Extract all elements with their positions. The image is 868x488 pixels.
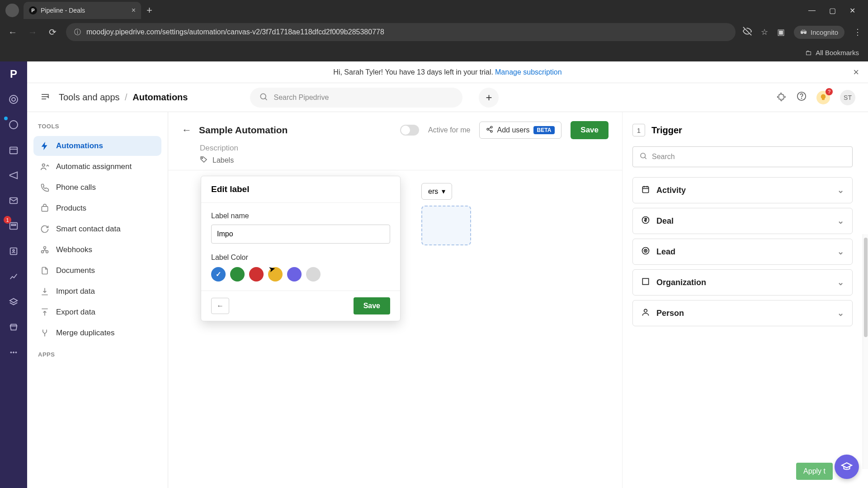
user-avatar[interactable]: ST: [840, 90, 855, 105]
rail-leads-icon[interactable]: [7, 118, 20, 131]
sidebar-item-smart-contact[interactable]: Smart contact data: [33, 219, 161, 239]
browser-reload-icon[interactable]: ⟳: [46, 27, 59, 38]
apply-button[interactable]: Apply t: [796, 463, 833, 480]
browser-back-icon[interactable]: ←: [6, 27, 19, 38]
app-logo[interactable]: P: [10, 68, 17, 80]
color-swatch[interactable]: [268, 267, 283, 282]
window-maximize-icon[interactable]: ▢: [829, 6, 836, 15]
tab-close-icon[interactable]: ×: [132, 6, 136, 14]
window-minimize-icon[interactable]: —: [808, 6, 816, 15]
import-icon: [40, 286, 50, 296]
back-arrow-icon[interactable]: ←: [182, 124, 192, 136]
trigger-panel: 1 Trigger Search Activity⌄Deal⌄Lead⌄Orga…: [622, 112, 868, 488]
sidebar-heading-apps: APPS: [33, 351, 161, 358]
quick-add-button[interactable]: +: [479, 88, 499, 108]
sidebar-item-automations[interactable]: Automations: [33, 136, 161, 156]
academy-icon[interactable]: [835, 455, 859, 479]
category-label: Lead: [656, 247, 675, 257]
scrollbar-thumb[interactable]: [864, 238, 868, 337]
labels-field[interactable]: Labels: [200, 155, 609, 165]
main-area: ← Sample Automation Active for me Add us…: [168, 112, 622, 488]
new-tab-button[interactable]: +: [146, 5, 152, 16]
triggers-dropdown[interactable]: ers ▾: [421, 183, 452, 200]
help-icon[interactable]: [797, 91, 807, 103]
sidebar-item-automatic-assignment[interactable]: Automatic assignment: [33, 157, 161, 177]
description-field[interactable]: Description: [200, 144, 609, 153]
trigger-category-deal[interactable]: Deal⌄: [632, 208, 853, 234]
all-bookmarks-link[interactable]: All Bookmarks: [816, 49, 859, 56]
popover-back-button[interactable]: ←: [211, 298, 229, 314]
label-name-input[interactable]: [211, 225, 390, 244]
sidebar-item-phone-calls[interactable]: Phone calls: [33, 178, 161, 197]
sidebar-item-products[interactable]: Products: [33, 198, 161, 218]
color-swatch[interactable]: [211, 267, 226, 282]
rail-products-icon[interactable]: [7, 296, 20, 308]
browser-tab[interactable]: P Pipeline - Deals ×: [24, 2, 141, 19]
bookmark-star-icon[interactable]: ☆: [761, 27, 768, 37]
svg-rect-42: [642, 278, 648, 284]
trigger-category-organization[interactable]: Organization⌄: [632, 269, 853, 296]
extensions-icon[interactable]: [777, 91, 787, 103]
rail-mail-icon[interactable]: [7, 194, 20, 207]
sidebar-item-webhooks[interactable]: Webhooks: [33, 240, 161, 260]
rail-campaigns-icon[interactable]: [7, 169, 20, 182]
site-info-icon[interactable]: ⓘ: [74, 28, 81, 37]
banner-close-icon[interactable]: ×: [853, 66, 859, 78]
canvas-drop-zone[interactable]: [421, 206, 471, 245]
sidebar-item-import[interactable]: Import data: [33, 282, 161, 301]
automation-title[interactable]: Sample Automation: [199, 125, 288, 136]
left-rail: P 1: [0, 61, 27, 488]
side-panel-icon[interactable]: ▣: [777, 27, 785, 37]
svg-point-27: [487, 128, 489, 130]
chevron-down-icon: ⌄: [837, 247, 844, 257]
global-search[interactable]: Search Pipedrive: [250, 88, 462, 108]
sidebar-toggle-icon[interactable]: [40, 91, 51, 104]
sidebar-item-export[interactable]: Export data: [33, 302, 161, 322]
breadcrumb-root[interactable]: Tools and apps: [59, 92, 120, 102]
eye-off-icon[interactable]: [743, 27, 752, 38]
trigger-category-person[interactable]: Person⌄: [632, 300, 853, 326]
manage-subscription-link[interactable]: Manage subscription: [495, 68, 562, 76]
rail-insights-icon[interactable]: [7, 270, 20, 283]
window-close-icon[interactable]: ✕: [849, 6, 855, 15]
webhooks-icon: [40, 245, 50, 255]
sidebar-item-merge[interactable]: Merge duplicates: [33, 323, 161, 343]
color-swatch[interactable]: [306, 267, 321, 282]
incognito-chip[interactable]: 🕶 Incognito: [794, 26, 844, 39]
browser-menu-icon[interactable]: ⋮: [854, 27, 862, 37]
svg-rect-4: [10, 147, 18, 154]
documents-icon: [40, 266, 50, 276]
chevron-down-icon: ⌄: [837, 185, 844, 195]
color-swatch[interactable]: [230, 267, 245, 282]
trigger-category-activity[interactable]: Activity⌄: [632, 177, 853, 203]
chevron-down-icon: ▾: [442, 187, 445, 196]
svg-point-3: [9, 121, 18, 129]
rail-more-icon[interactable]: [7, 346, 20, 359]
save-button[interactable]: Save: [571, 121, 609, 139]
add-users-button[interactable]: Add users BETA: [479, 122, 561, 139]
tab-title: Pipeline - Deals: [41, 7, 85, 14]
active-toggle-label: Active for me: [428, 126, 470, 134]
sidebar-item-documents[interactable]: Documents: [33, 261, 161, 281]
scrollbar[interactable]: [863, 234, 868, 469]
svg-point-41: [645, 250, 646, 251]
browser-profile[interactable]: [5, 4, 19, 17]
trigger-category-lead[interactable]: Lead⌄: [632, 239, 853, 265]
banner-text: Hi, Sarah Tyler! You have 13 days left i…: [333, 68, 493, 76]
products-icon: [40, 203, 50, 213]
color-swatch[interactable]: [249, 267, 264, 282]
popover-save-button[interactable]: Save: [354, 297, 390, 314]
rail-target-icon[interactable]: [7, 93, 20, 106]
tips-badge: ?: [826, 88, 833, 95]
rail-inbox-icon[interactable]: 1: [7, 220, 20, 232]
rail-marketplace-icon[interactable]: [7, 321, 20, 333]
tips-icon[interactable]: ?: [816, 91, 830, 104]
trigger-search[interactable]: Search: [632, 146, 853, 167]
tab-favicon: P: [29, 6, 37, 14]
color-swatch[interactable]: [287, 267, 302, 282]
rail-contacts-icon[interactable]: [7, 245, 20, 258]
address-bar[interactable]: ⓘ moodjoy.pipedrive.com/settings/automat…: [66, 23, 736, 41]
trigger-search-placeholder: Search: [652, 153, 675, 161]
active-toggle[interactable]: [400, 125, 419, 136]
rail-calendar-icon[interactable]: [7, 144, 20, 156]
